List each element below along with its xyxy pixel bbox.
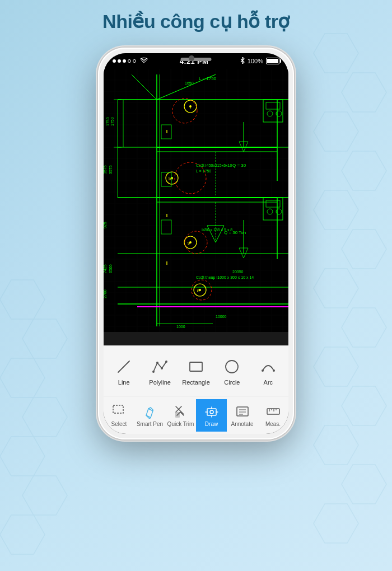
svg-rect-149: [175, 412, 180, 418]
svg-marker-4: [314, 190, 358, 230]
battery-icon: [266, 58, 279, 64]
svg-rect-160: [267, 409, 279, 414]
svg-text:Coất I450x215x6x10: Coất I450x215x6x10: [196, 163, 232, 167]
annotate-nav[interactable]: Annotate: [227, 399, 258, 432]
draw-label: Draw: [205, 421, 218, 427]
svg-text:1650: 1650: [185, 81, 194, 85]
svg-text:20350: 20350: [232, 270, 244, 274]
signal-dot-5: [133, 59, 136, 63]
svg-marker-14: [22, 319, 67, 358]
svg-text:6500: 6500: [109, 264, 113, 273]
svg-text:925: 925: [104, 222, 107, 228]
svg-marker-6: [314, 269, 358, 308]
svg-marker-7: [342, 308, 386, 347]
measure-icon: [265, 404, 281, 419]
svg-marker-17: [0, 437, 45, 476]
rectangle-icon: [186, 357, 206, 377]
svg-point-143: [165, 361, 167, 363]
svg-marker-13: [0, 280, 45, 319]
annotate-icon: [235, 404, 250, 419]
svg-text:I: I: [190, 105, 191, 110]
polyline-tool[interactable]: Polyline: [142, 352, 178, 390]
svg-text:Coất theùp I1000 x 300 x 10 x : Coất theùp I1000 x 300 x 10 x 14: [196, 275, 254, 280]
svg-point-151: [210, 410, 213, 414]
smart-pen-nav[interactable]: Smart Pen: [134, 399, 165, 432]
svg-text:I: I: [166, 213, 168, 218]
smart-pen-label: Smart Pen: [137, 421, 163, 427]
measure-nav[interactable]: Meas.: [258, 399, 288, 432]
annotate-label: Annotate: [231, 421, 253, 427]
signal-dot-4: [128, 59, 131, 63]
svg-text:I: I: [166, 260, 168, 266]
quick-trim-icon: [173, 404, 189, 419]
svg-text:1000: 1000: [176, 325, 185, 329]
select-label: Select: [111, 421, 127, 427]
measure-label: Meas.: [265, 421, 281, 427]
signal-dot-2: [118, 59, 121, 63]
phone-frame: 4:21 PM 100%: [98, 48, 294, 439]
svg-point-140: [152, 371, 155, 373]
svg-text:1750: 1750: [106, 117, 110, 126]
svg-text:3575: 3575: [104, 165, 107, 174]
arc-tool[interactable]: Arc: [250, 352, 286, 390]
draw-icon: [204, 404, 220, 419]
svg-point-147: [273, 369, 275, 372]
svg-marker-1: [342, 73, 386, 112]
svg-marker-9: [342, 386, 386, 425]
draw-nav[interactable]: Draw: [196, 399, 227, 432]
polyline-icon: [150, 357, 170, 377]
arc-icon: [258, 357, 278, 377]
battery-fill: [267, 59, 278, 63]
svg-text:L = 1750: L = 1750: [199, 76, 217, 81]
svg-marker-19: [0, 515, 45, 554]
line-label: Line: [118, 379, 130, 386]
svg-rect-144: [190, 362, 202, 371]
svg-marker-5: [342, 230, 386, 269]
svg-marker-15: [0, 358, 45, 397]
svg-point-141: [156, 362, 158, 364]
circle-icon: [222, 357, 242, 377]
svg-marker-2: [314, 112, 358, 151]
battery-percent: 100%: [248, 58, 263, 64]
phone-speaker: [181, 58, 212, 61]
nav-toolbar: Select Smart Pen: [104, 396, 288, 434]
svg-text:Q = 30 Ton: Q = 30 Ton: [224, 230, 246, 235]
svg-marker-12: [314, 504, 358, 543]
circle-tool[interactable]: Circle: [214, 352, 250, 390]
svg-marker-11: [342, 465, 386, 504]
phone-inner: 4:21 PM 100%: [104, 53, 288, 434]
quick-trim-nav[interactable]: Quick Trim: [165, 399, 196, 432]
circle-label: Circle: [224, 379, 240, 386]
svg-point-142: [161, 367, 163, 369]
rectangle-label: Rectangle: [182, 379, 210, 386]
svg-text:10000: 10000: [216, 315, 227, 319]
phone-camera: [189, 55, 194, 61]
rectangle-tool[interactable]: Rectangle: [178, 352, 214, 390]
svg-marker-0: [314, 34, 358, 73]
svg-text:10: 10: [168, 177, 172, 181]
svg-marker-16: [22, 397, 67, 437]
svg-rect-150: [207, 409, 216, 415]
select-icon: [111, 404, 127, 419]
arc-label: Arc: [264, 379, 273, 386]
svg-text:9: 9: [188, 241, 190, 246]
select-nav[interactable]: Select: [104, 399, 134, 432]
svg-text:1750: 1750: [110, 117, 114, 126]
svg-text:8: 8: [197, 288, 200, 293]
cad-drawing-area[interactable]: I 10 9 8 I I I L = 1750 Coất I450x215x6x…: [104, 69, 288, 332]
svg-marker-8: [314, 347, 358, 386]
line-tool[interactable]: Line: [106, 352, 142, 390]
svg-text:3575: 3575: [109, 165, 113, 174]
signal-dot-3: [123, 59, 126, 63]
svg-rect-148: [113, 405, 123, 413]
line-icon: [114, 357, 134, 377]
page-title: Nhiều công cụ hỗ trợ: [0, 10, 392, 32]
smart-pen-icon: [142, 404, 158, 419]
svg-marker-18: [22, 476, 67, 515]
svg-point-145: [226, 361, 238, 373]
svg-line-139: [118, 361, 129, 372]
svg-text:L = 1750: L = 1750: [196, 169, 211, 173]
status-bar: 4:21 PM 100%: [104, 53, 288, 69]
svg-text:I: I: [166, 129, 168, 134]
status-left: [113, 57, 148, 65]
